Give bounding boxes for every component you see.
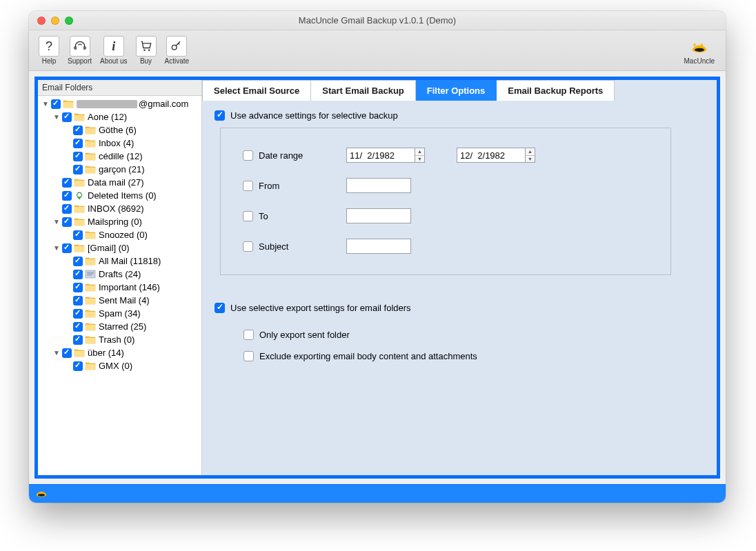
folder-checkbox[interactable]	[73, 152, 83, 161]
tree-node[interactable]: Spam (34)	[38, 307, 201, 320]
tree-node[interactable]: GMX (0)	[38, 359, 201, 372]
activate-button[interactable]: Activate	[161, 34, 194, 67]
tree-node[interactable]: ▼Mailspring (0)	[38, 215, 201, 228]
date-range-checkbox[interactable]	[243, 150, 253, 161]
folder-icon	[85, 361, 96, 370]
tree-node[interactable]: garçon (21)	[38, 163, 201, 176]
tree-node[interactable]: Sent Mail (4)	[38, 294, 201, 307]
only-sent-checkbox[interactable]	[243, 330, 254, 340]
support-button[interactable]: Support	[63, 34, 96, 67]
folder-checkbox[interactable]	[62, 191, 72, 201]
folder-icon	[85, 230, 96, 239]
help-button[interactable]: ? Help	[34, 34, 63, 67]
tab-source[interactable]: Select Email Source	[202, 80, 311, 101]
from-checkbox[interactable]	[243, 181, 253, 191]
date-from-stepper[interactable]: ▲▼	[415, 148, 425, 163]
tree-node[interactable]: Drafts (24)	[38, 268, 201, 281]
about-button[interactable]: i About us	[96, 34, 131, 67]
date-to-input[interactable]	[457, 148, 526, 163]
tree-node[interactable]: Snoozed (0)	[38, 228, 201, 241]
folder-checkbox[interactable]	[73, 230, 83, 240]
folder-checkbox[interactable]	[62, 178, 72, 188]
folder-label: über (14)	[88, 348, 124, 358]
folder-label: INBOX (8692)	[88, 203, 144, 214]
titlebar: MacUncle Gmail Backup v1.0.1 (Demo)	[29, 11, 726, 30]
tree-node[interactable]: ▼Aone (12)	[38, 110, 201, 123]
folder-checkbox[interactable]	[73, 322, 83, 332]
use-selective-checkbox[interactable]	[215, 303, 225, 313]
folder-label: Inbox (4)	[99, 138, 134, 148]
tree-node[interactable]: Trash (0)	[38, 333, 201, 346]
disclosure-triangle-icon[interactable]: ▼	[52, 113, 61, 121]
folder-checkbox[interactable]	[73, 257, 83, 266]
to-row: To	[243, 208, 648, 223]
tab-filter[interactable]: Filter Options	[416, 80, 497, 101]
date-range-label: Date range	[259, 150, 303, 161]
folder-checkbox[interactable]	[62, 204, 72, 214]
buy-button[interactable]: Buy	[132, 34, 161, 67]
only-sent-row[interactable]: Only export sent folder	[243, 330, 704, 340]
subject-checkbox[interactable]	[243, 241, 253, 252]
folder-checkbox[interactable]	[51, 99, 61, 109]
tree-node[interactable]: All Mail (11818)	[38, 254, 201, 268]
tree-node[interactable]: Starred (25)	[38, 320, 201, 333]
exclude-body-row[interactable]: Exclude exporting email body content and…	[243, 351, 704, 361]
folder-checkbox[interactable]	[62, 243, 72, 253]
tree-node[interactable]: INBOX (8692)	[38, 202, 201, 215]
activate-label: Activate	[165, 57, 190, 65]
date-to-stepper[interactable]: ▲▼	[526, 148, 535, 163]
folder-checkbox[interactable]	[73, 296, 83, 305]
disclosure-triangle-icon[interactable]: ▼	[52, 349, 61, 357]
folder-label: GMX (0)	[99, 361, 132, 371]
to-label: To	[259, 211, 268, 221]
folder-checkbox[interactable]	[73, 335, 83, 345]
tree-node[interactable]: ▼[Gmail] (0)	[38, 241, 201, 254]
info-icon: i	[103, 36, 124, 57]
folder-checkbox[interactable]	[73, 165, 83, 174]
exclude-body-checkbox[interactable]	[243, 351, 254, 361]
statusbar-logo-icon	[34, 485, 48, 502]
disclosure-triangle-icon[interactable]: ▼	[41, 100, 50, 108]
tree-node[interactable]: Data mail (27)	[38, 176, 201, 189]
folder-checkbox[interactable]	[73, 309, 83, 319]
folder-checkbox[interactable]	[73, 139, 83, 148]
folder-tree[interactable]: ▼@gmail.com▼Aone (12)Göthe (6)Inbox (4)c…	[38, 96, 201, 475]
tree-node[interactable]: Inbox (4)	[38, 137, 201, 150]
folder-checkbox[interactable]	[73, 283, 83, 292]
recycle-icon	[74, 191, 85, 200]
tab-start[interactable]: Start Email Backup	[311, 80, 416, 101]
date-from-input[interactable]	[346, 148, 415, 163]
folder-label: Trash (0)	[99, 334, 135, 345]
drafts-icon	[85, 270, 96, 279]
use-selective-row[interactable]: Use selective export settings for email …	[215, 303, 704, 313]
folder-checkbox[interactable]	[73, 126, 83, 135]
folder-icon	[85, 165, 96, 174]
tab-reports[interactable]: Email Backup Reports	[497, 80, 615, 101]
svg-point-3	[695, 48, 704, 52]
folder-checkbox[interactable]	[73, 270, 83, 279]
folder-label: Deleted Items (0)	[88, 190, 157, 201]
svg-point-1	[148, 50, 150, 52]
tree-node[interactable]: ▼@gmail.com	[38, 97, 201, 110]
tree-node[interactable]: Deleted Items (0)	[38, 189, 201, 202]
disclosure-triangle-icon[interactable]: ▼	[52, 244, 61, 252]
tree-node[interactable]: ▼über (14)	[38, 346, 201, 359]
use-advance-row[interactable]: Use advance settings for selective backu…	[215, 110, 704, 121]
to-checkbox[interactable]	[243, 211, 253, 221]
disclosure-triangle-icon[interactable]: ▼	[52, 218, 61, 226]
from-input[interactable]	[346, 178, 411, 193]
tree-node[interactable]: cédille (12)	[38, 150, 201, 163]
folder-icon	[85, 139, 96, 148]
subject-input[interactable]	[346, 239, 411, 254]
folder-checkbox[interactable]	[62, 112, 72, 122]
folder-checkbox[interactable]	[62, 217, 72, 227]
only-sent-label: Only export sent folder	[259, 330, 350, 340]
use-advance-checkbox[interactable]	[215, 110, 225, 121]
folder-icon	[85, 283, 96, 292]
headset-icon	[70, 36, 90, 57]
tree-node[interactable]: Important (146)	[38, 281, 201, 294]
folder-checkbox[interactable]	[62, 348, 72, 358]
to-input[interactable]	[346, 208, 411, 223]
tree-node[interactable]: Göthe (6)	[38, 123, 201, 137]
folder-checkbox[interactable]	[73, 361, 83, 371]
